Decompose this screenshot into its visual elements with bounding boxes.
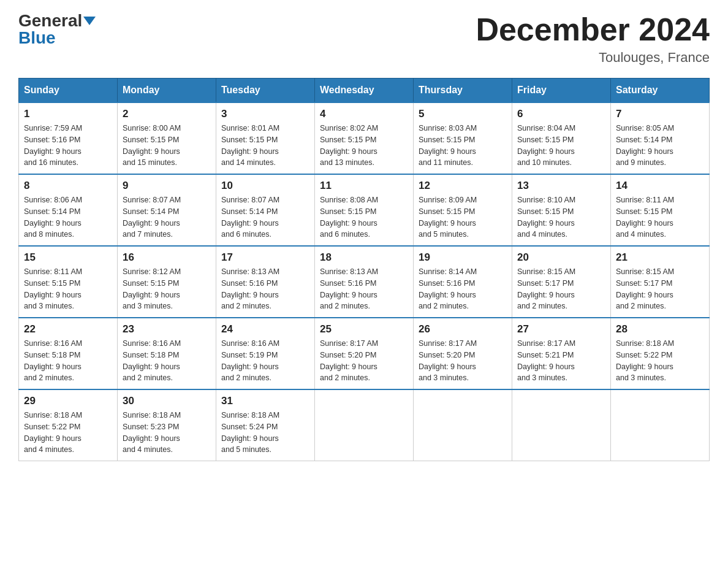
day-number: 30 — [123, 395, 211, 407]
day-number: 31 — [221, 395, 309, 407]
day-number: 19 — [419, 251, 507, 264]
day-number: 8 — [24, 180, 112, 192]
day-number: 21 — [616, 251, 704, 264]
logo-blue-text: Blue — [18, 29, 56, 47]
day-number: 29 — [24, 395, 112, 407]
calendar-cell: 16 Sunrise: 8:12 AMSunset: 5:15 PMDaylig… — [118, 246, 216, 318]
day-info: Sunrise: 8:11 AMSunset: 5:15 PMDaylight:… — [616, 194, 704, 240]
calendar-cell: 12 Sunrise: 8:09 AMSunset: 5:15 PMDaylig… — [414, 174, 512, 246]
calendar-week-row: 22 Sunrise: 8:16 AMSunset: 5:18 PMDaylig… — [19, 318, 710, 389]
day-info: Sunrise: 8:16 AMSunset: 5:18 PMDaylight:… — [123, 338, 211, 384]
calendar-header-wednesday: Wednesday — [315, 79, 414, 103]
day-number: 18 — [320, 251, 408, 264]
calendar-cell: 11 Sunrise: 8:08 AMSunset: 5:15 PMDaylig… — [315, 174, 414, 246]
day-info: Sunrise: 8:13 AMSunset: 5:16 PMDaylight:… — [221, 266, 309, 312]
calendar-cell: 9 Sunrise: 8:07 AMSunset: 5:14 PMDayligh… — [118, 174, 216, 246]
day-number: 14 — [616, 180, 704, 192]
calendar-cell: 31 Sunrise: 8:18 AMSunset: 5:24 PMDaylig… — [216, 389, 315, 461]
calendar-cell: 10 Sunrise: 8:07 AMSunset: 5:14 PMDaylig… — [216, 174, 315, 246]
day-info: Sunrise: 8:16 AMSunset: 5:18 PMDaylight:… — [24, 338, 112, 384]
day-info: Sunrise: 8:17 AMSunset: 5:21 PMDaylight:… — [517, 338, 605, 384]
day-info: Sunrise: 8:10 AMSunset: 5:15 PMDaylight:… — [517, 194, 605, 240]
day-info: Sunrise: 8:14 AMSunset: 5:16 PMDaylight:… — [419, 266, 507, 312]
calendar-header-monday: Monday — [118, 79, 216, 103]
day-number: 1 — [24, 108, 112, 120]
day-number: 12 — [419, 180, 507, 192]
page-header: General Blue December 2024 Toulouges, Fr… — [18, 12, 710, 66]
calendar-cell: 24 Sunrise: 8:16 AMSunset: 5:19 PMDaylig… — [216, 318, 315, 389]
day-number: 25 — [320, 323, 408, 335]
day-number: 7 — [616, 108, 704, 120]
calendar-header-sunday: Sunday — [19, 79, 118, 103]
day-number: 6 — [517, 108, 605, 120]
calendar-cell: 3 Sunrise: 8:01 AMSunset: 5:15 PMDayligh… — [216, 102, 315, 174]
calendar-cell: 22 Sunrise: 8:16 AMSunset: 5:18 PMDaylig… — [19, 318, 118, 389]
calendar-week-row: 29 Sunrise: 8:18 AMSunset: 5:22 PMDaylig… — [19, 389, 710, 461]
day-info: Sunrise: 8:12 AMSunset: 5:15 PMDaylight:… — [123, 266, 211, 312]
day-info: Sunrise: 8:17 AMSunset: 5:20 PMDaylight:… — [419, 338, 507, 384]
day-number: 28 — [616, 323, 704, 335]
calendar-cell: 7 Sunrise: 8:05 AMSunset: 5:14 PMDayligh… — [611, 102, 710, 174]
calendar-cell: 14 Sunrise: 8:11 AMSunset: 5:15 PMDaylig… — [611, 174, 710, 246]
calendar-cell: 4 Sunrise: 8:02 AMSunset: 5:15 PMDayligh… — [315, 102, 414, 174]
day-number: 15 — [24, 251, 112, 264]
logo: General Blue — [18, 12, 96, 47]
day-info: Sunrise: 8:06 AMSunset: 5:14 PMDaylight:… — [24, 194, 112, 240]
day-number: 24 — [221, 323, 309, 335]
day-number: 2 — [123, 108, 211, 120]
day-info: Sunrise: 8:18 AMSunset: 5:23 PMDaylight:… — [123, 410, 211, 456]
calendar-cell: 18 Sunrise: 8:13 AMSunset: 5:16 PMDaylig… — [315, 246, 414, 318]
day-number: 16 — [123, 251, 211, 264]
calendar-header-thursday: Thursday — [414, 79, 512, 103]
calendar-cell: 15 Sunrise: 8:11 AMSunset: 5:15 PMDaylig… — [19, 246, 118, 318]
day-info: Sunrise: 8:09 AMSunset: 5:15 PMDaylight:… — [419, 194, 507, 240]
calendar-cell: 1 Sunrise: 7:59 AMSunset: 5:16 PMDayligh… — [19, 102, 118, 174]
calendar-cell — [315, 389, 414, 461]
calendar-cell: 13 Sunrise: 8:10 AMSunset: 5:15 PMDaylig… — [512, 174, 611, 246]
day-info: Sunrise: 8:03 AMSunset: 5:15 PMDaylight:… — [419, 123, 507, 169]
calendar-cell: 30 Sunrise: 8:18 AMSunset: 5:23 PMDaylig… — [118, 389, 216, 461]
day-info: Sunrise: 8:04 AMSunset: 5:15 PMDaylight:… — [517, 123, 605, 169]
day-number: 26 — [419, 323, 507, 335]
day-info: Sunrise: 8:08 AMSunset: 5:15 PMDaylight:… — [320, 194, 408, 240]
day-info: Sunrise: 8:17 AMSunset: 5:20 PMDaylight:… — [320, 338, 408, 384]
calendar-cell: 5 Sunrise: 8:03 AMSunset: 5:15 PMDayligh… — [414, 102, 512, 174]
calendar-week-row: 15 Sunrise: 8:11 AMSunset: 5:15 PMDaylig… — [19, 246, 710, 318]
day-info: Sunrise: 8:15 AMSunset: 5:17 PMDaylight:… — [517, 266, 605, 312]
title-section: December 2024 Toulouges, France — [476, 12, 710, 66]
calendar-cell — [414, 389, 512, 461]
logo-arrow-icon — [83, 17, 96, 25]
day-info: Sunrise: 8:18 AMSunset: 5:24 PMDaylight:… — [221, 410, 309, 456]
day-info: Sunrise: 8:18 AMSunset: 5:22 PMDaylight:… — [24, 410, 112, 456]
day-number: 20 — [517, 251, 605, 264]
calendar-header-saturday: Saturday — [611, 79, 710, 103]
calendar-week-row: 1 Sunrise: 7:59 AMSunset: 5:16 PMDayligh… — [19, 102, 710, 174]
day-info: Sunrise: 8:07 AMSunset: 5:14 PMDaylight:… — [123, 194, 211, 240]
day-number: 13 — [517, 180, 605, 192]
day-number: 5 — [419, 108, 507, 120]
day-number: 23 — [123, 323, 211, 335]
calendar-cell: 23 Sunrise: 8:16 AMSunset: 5:18 PMDaylig… — [118, 318, 216, 389]
day-number: 11 — [320, 180, 408, 192]
calendar-week-row: 8 Sunrise: 8:06 AMSunset: 5:14 PMDayligh… — [19, 174, 710, 246]
calendar-cell: 28 Sunrise: 8:18 AMSunset: 5:22 PMDaylig… — [611, 318, 710, 389]
calendar-cell: 19 Sunrise: 8:14 AMSunset: 5:16 PMDaylig… — [414, 246, 512, 318]
calendar-cell: 6 Sunrise: 8:04 AMSunset: 5:15 PMDayligh… — [512, 102, 611, 174]
calendar-table: SundayMondayTuesdayWednesdayThursdayFrid… — [18, 78, 710, 461]
calendar-header-tuesday: Tuesday — [216, 79, 315, 103]
day-number: 3 — [221, 108, 309, 120]
calendar-header-friday: Friday — [512, 79, 611, 103]
day-number: 4 — [320, 108, 408, 120]
day-info: Sunrise: 8:00 AMSunset: 5:15 PMDaylight:… — [123, 123, 211, 169]
day-number: 22 — [24, 323, 112, 335]
calendar-cell: 2 Sunrise: 8:00 AMSunset: 5:15 PMDayligh… — [118, 102, 216, 174]
location-subtitle: Toulouges, France — [476, 50, 710, 66]
calendar-cell: 20 Sunrise: 8:15 AMSunset: 5:17 PMDaylig… — [512, 246, 611, 318]
calendar-cell — [611, 389, 710, 461]
logo-general-text: General — [18, 12, 82, 29]
day-info: Sunrise: 8:05 AMSunset: 5:14 PMDaylight:… — [616, 123, 704, 169]
day-info: Sunrise: 8:01 AMSunset: 5:15 PMDaylight:… — [221, 123, 309, 169]
calendar-cell: 29 Sunrise: 8:18 AMSunset: 5:22 PMDaylig… — [19, 389, 118, 461]
calendar-cell: 27 Sunrise: 8:17 AMSunset: 5:21 PMDaylig… — [512, 318, 611, 389]
day-info: Sunrise: 7:59 AMSunset: 5:16 PMDaylight:… — [24, 123, 112, 169]
